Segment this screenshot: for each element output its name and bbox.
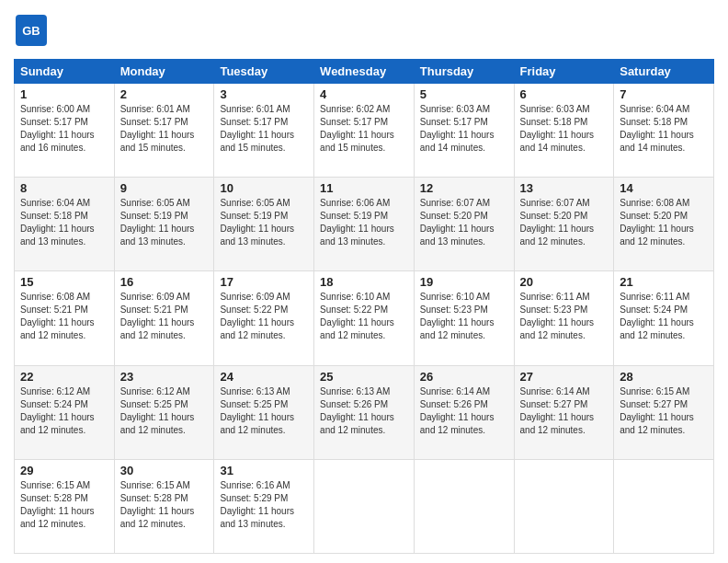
calendar-week-row: 1Sunrise: 6:00 AMSunset: 5:17 PMDaylight…	[15, 84, 714, 178]
calendar-cell: 10Sunrise: 6:05 AMSunset: 5:19 PMDayligh…	[214, 178, 314, 271]
day-number: 5	[420, 87, 508, 101]
day-info: Sunrise: 6:13 AMSunset: 5:26 PMDaylight:…	[320, 385, 408, 437]
calendar-week-row: 22Sunrise: 6:12 AMSunset: 5:24 PMDayligh…	[15, 365, 714, 459]
calendar-cell	[414, 459, 514, 553]
calendar-cell: 14Sunrise: 6:08 AMSunset: 5:20 PMDayligh…	[614, 178, 714, 271]
calendar-cell: 13Sunrise: 6:07 AMSunset: 5:20 PMDayligh…	[514, 178, 614, 271]
day-number: 15	[20, 275, 108, 289]
day-info: Sunrise: 6:11 AMSunset: 5:24 PMDaylight:…	[620, 291, 708, 342]
calendar-cell: 24Sunrise: 6:13 AMSunset: 5:25 PMDayligh…	[214, 365, 314, 459]
day-info: Sunrise: 6:04 AMSunset: 5:18 PMDaylight:…	[20, 197, 108, 248]
day-info: Sunrise: 6:01 AMSunset: 5:17 PMDaylight:…	[120, 103, 209, 155]
day-number: 25	[320, 370, 408, 384]
page: GB SundayMondayTuesdayWednesdayThursdayF…	[0, 0, 728, 563]
day-number: 30	[120, 464, 209, 477]
day-info: Sunrise: 6:12 AMSunset: 5:25 PMDaylight:…	[120, 385, 209, 437]
calendar-day-header: Saturday	[614, 60, 714, 84]
day-info: Sunrise: 6:15 AMSunset: 5:28 PMDaylight:…	[20, 479, 108, 531]
day-number: 17	[220, 275, 308, 289]
day-number: 29	[20, 464, 108, 477]
day-info: Sunrise: 6:02 AMSunset: 5:17 PMDaylight:…	[320, 103, 408, 155]
calendar-cell: 21Sunrise: 6:11 AMSunset: 5:24 PMDayligh…	[614, 271, 714, 365]
day-number: 2	[120, 87, 209, 101]
calendar-day-header: Monday	[114, 60, 214, 84]
calendar-day-header: Sunday	[15, 60, 115, 84]
day-number: 20	[520, 275, 609, 289]
calendar-cell	[614, 459, 714, 553]
day-info: Sunrise: 6:03 AMSunset: 5:17 PMDaylight:…	[420, 103, 508, 155]
day-info: Sunrise: 6:16 AMSunset: 5:29 PMDaylight:…	[220, 479, 308, 531]
day-info: Sunrise: 6:09 AMSunset: 5:21 PMDaylight:…	[120, 291, 209, 342]
day-info: Sunrise: 6:06 AMSunset: 5:19 PMDaylight:…	[320, 197, 408, 248]
calendar-week-row: 8Sunrise: 6:04 AMSunset: 5:18 PMDaylight…	[15, 178, 714, 271]
day-info: Sunrise: 6:07 AMSunset: 5:20 PMDaylight:…	[420, 197, 508, 248]
day-info: Sunrise: 6:01 AMSunset: 5:17 PMDaylight:…	[220, 103, 308, 155]
calendar-cell: 6Sunrise: 6:03 AMSunset: 5:18 PMDaylight…	[514, 84, 614, 178]
logo: GB	[14, 13, 52, 52]
day-number: 23	[120, 370, 209, 384]
day-info: Sunrise: 6:14 AMSunset: 5:26 PMDaylight:…	[420, 385, 508, 437]
day-info: Sunrise: 6:03 AMSunset: 5:18 PMDaylight:…	[520, 103, 609, 155]
calendar-day-header: Wednesday	[314, 60, 415, 84]
calendar-day-header: Thursday	[414, 60, 514, 84]
day-info: Sunrise: 6:11 AMSunset: 5:23 PMDaylight:…	[520, 291, 609, 342]
calendar-cell: 2Sunrise: 6:01 AMSunset: 5:17 PMDaylight…	[114, 84, 214, 178]
calendar-cell: 18Sunrise: 6:10 AMSunset: 5:22 PMDayligh…	[314, 271, 415, 365]
calendar-cell: 29Sunrise: 6:15 AMSunset: 5:28 PMDayligh…	[15, 459, 115, 553]
day-number: 21	[620, 275, 708, 289]
header: GB	[14, 9, 714, 52]
calendar-cell: 3Sunrise: 6:01 AMSunset: 5:17 PMDaylight…	[214, 84, 314, 178]
day-info: Sunrise: 6:09 AMSunset: 5:22 PMDaylight:…	[220, 291, 308, 342]
calendar-cell: 4Sunrise: 6:02 AMSunset: 5:17 PMDaylight…	[314, 84, 415, 178]
calendar-week-row: 29Sunrise: 6:15 AMSunset: 5:28 PMDayligh…	[15, 459, 714, 553]
day-number: 4	[320, 87, 408, 101]
calendar-cell: 12Sunrise: 6:07 AMSunset: 5:20 PMDayligh…	[414, 178, 514, 271]
calendar-cell: 25Sunrise: 6:13 AMSunset: 5:26 PMDayligh…	[314, 365, 415, 459]
calendar-cell	[514, 459, 614, 553]
day-info: Sunrise: 6:10 AMSunset: 5:22 PMDaylight:…	[320, 291, 408, 342]
day-info: Sunrise: 6:14 AMSunset: 5:27 PMDaylight:…	[520, 385, 609, 437]
calendar-day-header: Tuesday	[214, 60, 314, 84]
calendar-cell: 31Sunrise: 6:16 AMSunset: 5:29 PMDayligh…	[214, 459, 314, 553]
calendar-cell: 17Sunrise: 6:09 AMSunset: 5:22 PMDayligh…	[214, 271, 314, 365]
day-number: 9	[120, 181, 209, 195]
day-number: 26	[420, 370, 508, 384]
calendar-header-row: SundayMondayTuesdayWednesdayThursdayFrid…	[15, 60, 714, 84]
calendar-cell	[314, 459, 415, 553]
day-number: 3	[220, 87, 308, 101]
calendar-cell: 1Sunrise: 6:00 AMSunset: 5:17 PMDaylight…	[15, 84, 115, 178]
day-info: Sunrise: 6:12 AMSunset: 5:24 PMDaylight:…	[20, 385, 108, 437]
day-number: 6	[520, 87, 609, 101]
calendar-cell: 22Sunrise: 6:12 AMSunset: 5:24 PMDayligh…	[15, 365, 115, 459]
calendar-table: SundayMondayTuesdayWednesdayThursdayFrid…	[14, 59, 714, 554]
calendar-cell: 20Sunrise: 6:11 AMSunset: 5:23 PMDayligh…	[514, 271, 614, 365]
day-number: 10	[220, 181, 308, 195]
calendar-cell: 23Sunrise: 6:12 AMSunset: 5:25 PMDayligh…	[114, 365, 214, 459]
day-number: 14	[620, 181, 708, 195]
day-number: 22	[20, 370, 108, 384]
day-info: Sunrise: 6:13 AMSunset: 5:25 PMDaylight:…	[220, 385, 308, 437]
day-number: 31	[220, 464, 308, 477]
day-number: 24	[220, 370, 308, 384]
calendar-cell: 28Sunrise: 6:15 AMSunset: 5:27 PMDayligh…	[614, 365, 714, 459]
day-number: 8	[20, 181, 108, 195]
calendar-cell: 27Sunrise: 6:14 AMSunset: 5:27 PMDayligh…	[514, 365, 614, 459]
day-info: Sunrise: 6:08 AMSunset: 5:20 PMDaylight:…	[620, 197, 708, 248]
day-info: Sunrise: 6:07 AMSunset: 5:20 PMDaylight:…	[520, 197, 609, 248]
day-number: 16	[120, 275, 209, 289]
day-number: 1	[20, 87, 108, 101]
calendar-body: 1Sunrise: 6:00 AMSunset: 5:17 PMDaylight…	[15, 84, 714, 554]
day-number: 7	[620, 87, 708, 101]
calendar-day-header: Friday	[514, 60, 614, 84]
calendar-cell: 15Sunrise: 6:08 AMSunset: 5:21 PMDayligh…	[15, 271, 115, 365]
day-info: Sunrise: 6:00 AMSunset: 5:17 PMDaylight:…	[20, 103, 108, 155]
day-info: Sunrise: 6:15 AMSunset: 5:28 PMDaylight:…	[120, 479, 209, 531]
calendar-cell: 5Sunrise: 6:03 AMSunset: 5:17 PMDaylight…	[414, 84, 514, 178]
day-info: Sunrise: 6:05 AMSunset: 5:19 PMDaylight:…	[220, 197, 308, 248]
day-info: Sunrise: 6:10 AMSunset: 5:23 PMDaylight:…	[420, 291, 508, 342]
day-info: Sunrise: 6:08 AMSunset: 5:21 PMDaylight:…	[20, 291, 108, 342]
calendar-cell: 7Sunrise: 6:04 AMSunset: 5:18 PMDaylight…	[614, 84, 714, 178]
day-number: 12	[420, 181, 508, 195]
day-info: Sunrise: 6:04 AMSunset: 5:18 PMDaylight:…	[620, 103, 708, 155]
calendar-cell: 16Sunrise: 6:09 AMSunset: 5:21 PMDayligh…	[114, 271, 214, 365]
